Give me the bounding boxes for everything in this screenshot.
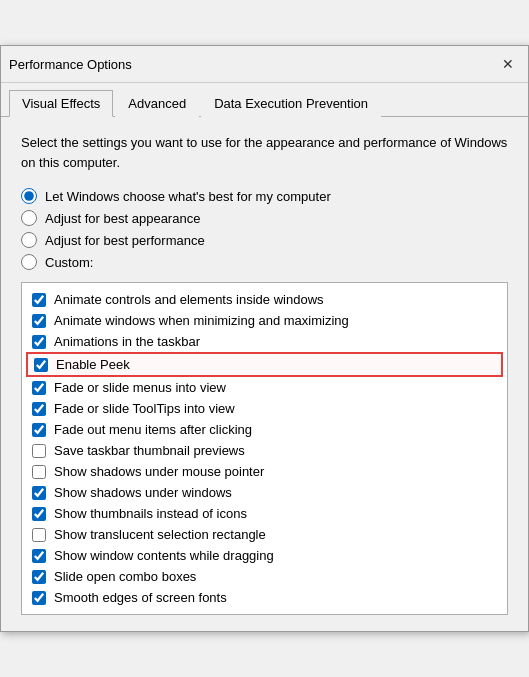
checkbox-label-slide-open-combo[interactable]: Slide open combo boxes	[54, 569, 196, 584]
title-bar: Performance Options ✕	[1, 46, 528, 83]
checkbox-label-fade-slide-menus[interactable]: Fade or slide menus into view	[54, 380, 226, 395]
checkbox-smooth-edges[interactable]	[32, 591, 46, 605]
checkbox-show-window-contents[interactable]	[32, 549, 46, 563]
window-title: Performance Options	[9, 57, 132, 72]
radio-best-appearance-label[interactable]: Adjust for best appearance	[45, 211, 200, 226]
radio-item-best-performance: Adjust for best performance	[21, 232, 508, 248]
checkbox-show-shadows-pointer[interactable]	[32, 465, 46, 479]
radio-best-appearance[interactable]	[21, 210, 37, 226]
checkbox-label-fade-menu-items[interactable]: Fade out menu items after clicking	[54, 422, 252, 437]
radio-item-let-windows: Let Windows choose what's best for my co…	[21, 188, 508, 204]
tab-bar: Visual Effects Advanced Data Execution P…	[1, 83, 528, 117]
radio-let-windows-label[interactable]: Let Windows choose what's best for my co…	[45, 189, 331, 204]
checkbox-item: Animate windows when minimizing and maxi…	[26, 310, 503, 331]
checkbox-label-show-translucent[interactable]: Show translucent selection rectangle	[54, 527, 266, 542]
checkbox-label-show-shadows-pointer[interactable]: Show shadows under mouse pointer	[54, 464, 264, 479]
tab-dep[interactable]: Data Execution Prevention	[201, 90, 381, 117]
performance-options-dialog: Performance Options ✕ Visual Effects Adv…	[0, 45, 529, 632]
checkbox-fade-slide-tooltips[interactable]	[32, 402, 46, 416]
checkbox-item: Animate controls and elements inside win…	[26, 289, 503, 310]
checkbox-save-taskbar-thumbnails[interactable]	[32, 444, 46, 458]
checkbox-label-show-window-contents[interactable]: Show window contents while dragging	[54, 548, 274, 563]
checkbox-show-shadows-windows[interactable]	[32, 486, 46, 500]
checkbox-animations-taskbar[interactable]	[32, 335, 46, 349]
checkbox-label-fade-slide-tooltips[interactable]: Fade or slide ToolTips into view	[54, 401, 235, 416]
radio-group: Let Windows choose what's best for my co…	[21, 188, 508, 270]
checkbox-slide-open-combo[interactable]	[32, 570, 46, 584]
checkbox-label-enable-peek[interactable]: Enable Peek	[56, 357, 130, 372]
checkbox-container: Animate controls and elements inside win…	[21, 282, 508, 615]
checkbox-label-animate-windows[interactable]: Animate windows when minimizing and maxi…	[54, 313, 349, 328]
checkbox-label-show-thumbnails[interactable]: Show thumbnails instead of icons	[54, 506, 247, 521]
checkbox-fade-slide-menus[interactable]	[32, 381, 46, 395]
tab-visual-effects[interactable]: Visual Effects	[9, 90, 113, 117]
radio-best-performance[interactable]	[21, 232, 37, 248]
checkbox-item: Animations in the taskbar	[26, 331, 503, 352]
description-text: Select the settings you want to use for …	[21, 133, 508, 172]
checkbox-item: Enable Peek	[26, 352, 503, 377]
checkbox-item: Show window contents while dragging	[26, 545, 503, 566]
checkbox-label-smooth-edges[interactable]: Smooth edges of screen fonts	[54, 590, 227, 605]
radio-best-performance-label[interactable]: Adjust for best performance	[45, 233, 205, 248]
checkbox-item: Show translucent selection rectangle	[26, 524, 503, 545]
radio-item-best-appearance: Adjust for best appearance	[21, 210, 508, 226]
checkbox-item: Fade or slide ToolTips into view	[26, 398, 503, 419]
checkbox-animate-controls[interactable]	[32, 293, 46, 307]
checkbox-item: Save taskbar thumbnail previews	[26, 440, 503, 461]
tab-content: Select the settings you want to use for …	[1, 117, 528, 631]
radio-let-windows[interactable]	[21, 188, 37, 204]
checkbox-item: Show shadows under mouse pointer	[26, 461, 503, 482]
radio-item-custom: Custom:	[21, 254, 508, 270]
checkbox-animate-windows[interactable]	[32, 314, 46, 328]
checkbox-label-save-taskbar-thumbnails[interactable]: Save taskbar thumbnail previews	[54, 443, 245, 458]
checkbox-label-animate-controls[interactable]: Animate controls and elements inside win…	[54, 292, 324, 307]
close-button[interactable]: ✕	[496, 52, 520, 76]
checkbox-item: Fade or slide menus into view	[26, 377, 503, 398]
checkbox-item: Show thumbnails instead of icons	[26, 503, 503, 524]
checkbox-label-animations-taskbar[interactable]: Animations in the taskbar	[54, 334, 200, 349]
checkbox-item: Fade out menu items after clicking	[26, 419, 503, 440]
checkbox-show-translucent[interactable]	[32, 528, 46, 542]
radio-custom[interactable]	[21, 254, 37, 270]
checkbox-item: Smooth edges of screen fonts	[26, 587, 503, 608]
checkbox-enable-peek[interactable]	[34, 358, 48, 372]
checkbox-item: Show shadows under windows	[26, 482, 503, 503]
checkbox-label-show-shadows-windows[interactable]: Show shadows under windows	[54, 485, 232, 500]
checkbox-show-thumbnails[interactable]	[32, 507, 46, 521]
checkbox-fade-menu-items[interactable]	[32, 423, 46, 437]
checkbox-item: Slide open combo boxes	[26, 566, 503, 587]
radio-custom-label[interactable]: Custom:	[45, 255, 93, 270]
tab-advanced[interactable]: Advanced	[115, 90, 199, 117]
